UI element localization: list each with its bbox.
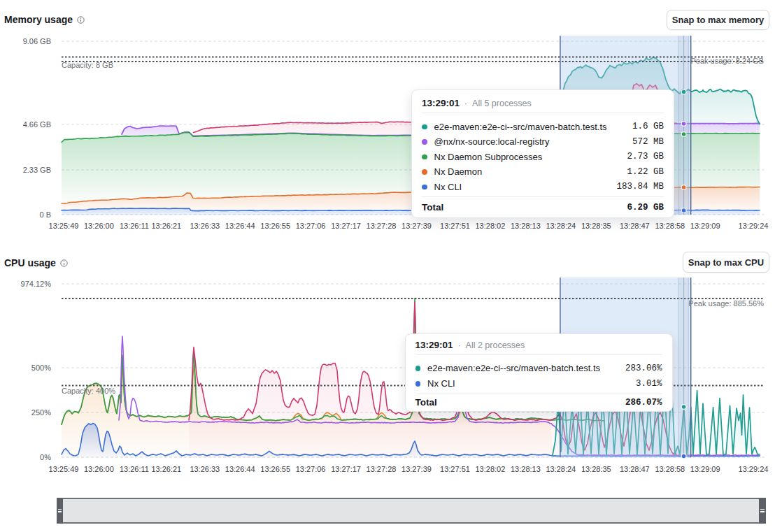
svg-text:Capacity: 8 GB: Capacity: 8 GB — [62, 61, 113, 69]
svg-text:13:25:49: 13:25:49 — [49, 465, 79, 473]
svg-text:13:26:11: 13:26:11 — [120, 222, 149, 230]
svg-text:13:27:39: 13:27:39 — [401, 465, 432, 473]
svg-text:13:27:51: 13:27:51 — [440, 222, 470, 230]
svg-text:4.66 GB: 4.66 GB — [23, 120, 51, 129]
svg-text:13:28:13: 13:28:13 — [511, 465, 541, 473]
svg-text:0 B: 0 B — [39, 210, 51, 219]
svg-text:13:26:33: 13:26:33 — [190, 222, 220, 230]
svg-text:13:28:58: 13:28:58 — [655, 465, 685, 473]
svg-text:13:29:09: 13:29:09 — [690, 465, 720, 473]
svg-text:13:28:02: 13:28:02 — [475, 465, 505, 473]
svg-text:13:28:13: 13:28:13 — [511, 222, 541, 230]
svg-text:13:26:44: 13:26:44 — [225, 465, 255, 473]
svg-text:250%: 250% — [31, 408, 51, 417]
svg-text:13:27:51: 13:27:51 — [440, 465, 470, 473]
svg-text:Capacity: 400%: Capacity: 400% — [62, 387, 115, 395]
svg-text:13:29:24: 13:29:24 — [739, 222, 769, 230]
svg-text:13:28:24: 13:28:24 — [546, 222, 576, 230]
svg-text:13:27:28: 13:27:28 — [367, 465, 397, 473]
svg-text:13:26:00: 13:26:00 — [84, 465, 114, 473]
svg-text:500%: 500% — [31, 364, 51, 372]
svg-text:13:29:09: 13:29:09 — [690, 222, 720, 230]
svg-text:13:29:24: 13:29:24 — [739, 465, 769, 473]
svg-text:974.12%: 974.12% — [21, 280, 52, 288]
svg-text:13:27:17: 13:27:17 — [331, 222, 361, 230]
svg-text:13:28:35: 13:28:35 — [581, 222, 611, 230]
svg-text:13:27:17: 13:27:17 — [331, 465, 361, 473]
svg-text:13:27:06: 13:27:06 — [296, 222, 326, 230]
svg-text:13:28:58: 13:28:58 — [655, 222, 685, 230]
svg-text:13:26:33: 13:26:33 — [190, 465, 220, 473]
svg-text:13:26:55: 13:26:55 — [260, 222, 290, 230]
svg-text:13:28:02: 13:28:02 — [475, 222, 505, 230]
svg-text:13:28:47: 13:28:47 — [620, 222, 650, 230]
svg-text:13:28:24: 13:28:24 — [546, 465, 576, 473]
svg-text:13:28:47: 13:28:47 — [620, 465, 650, 473]
svg-text:Peak usage: 885.56%: Peak usage: 885.56% — [688, 299, 764, 308]
svg-text:13:26:55: 13:26:55 — [260, 465, 290, 473]
svg-text:13:27:39: 13:27:39 — [401, 222, 432, 230]
svg-text:13:26:44: 13:26:44 — [225, 222, 255, 230]
svg-text:2.33 GB: 2.33 GB — [23, 166, 51, 174]
svg-text:0%: 0% — [40, 453, 51, 461]
svg-text:13:26:11: 13:26:11 — [120, 465, 149, 473]
svg-text:13:26:21: 13:26:21 — [151, 222, 181, 230]
svg-text:13:25:49: 13:25:49 — [49, 222, 79, 230]
svg-text:13:28:35: 13:28:35 — [581, 465, 611, 473]
svg-text:13:27:06: 13:27:06 — [296, 465, 326, 473]
svg-text:13:26:00: 13:26:00 — [84, 222, 114, 230]
svg-text:13:27:28: 13:27:28 — [367, 222, 397, 230]
svg-text:13:26:21: 13:26:21 — [151, 465, 181, 473]
svg-text:9.06 GB: 9.06 GB — [23, 37, 51, 45]
svg-text:Peak usage: 8.24 GB: Peak usage: 8.24 GB — [690, 57, 764, 65]
